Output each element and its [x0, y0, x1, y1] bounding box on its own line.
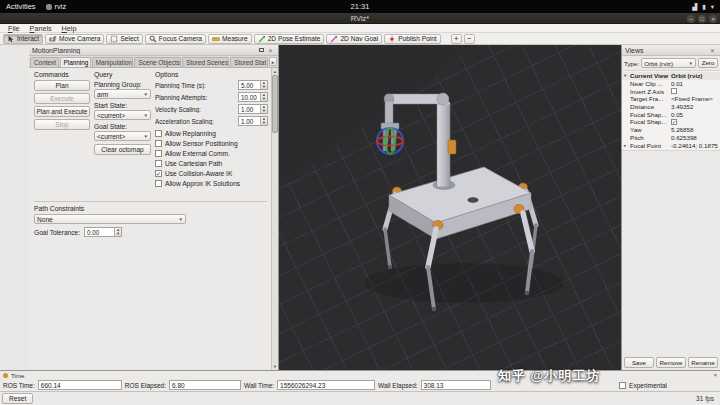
property-row[interactable]: Distance 3.49352 — [622, 103, 720, 111]
allow-external-comm-checkbox[interactable] — [155, 150, 162, 157]
wall-time-label: Wall Time: — [244, 382, 274, 389]
planning-attempts-input[interactable]: 10.00▲▼ — [238, 92, 268, 102]
reset-button[interactable]: Reset — [2, 393, 33, 404]
system-tray[interactable]: ▟ ▮ ▾ — [692, 3, 714, 11]
pose-estimate-icon — [258, 35, 266, 43]
tool-measure[interactable]: Measure — [208, 34, 252, 44]
tab-scroll-right-icon[interactable]: ▸ — [269, 57, 277, 66]
save-view-button[interactable]: Save — [624, 357, 654, 368]
add-tool-button[interactable]: + — [451, 34, 462, 44]
plan-button[interactable]: Plan — [34, 80, 90, 91]
start-state-select[interactable]: <current> ▼ — [94, 110, 151, 120]
close-icon[interactable]: × — [713, 372, 717, 378]
float-panel-button[interactable] — [257, 46, 266, 55]
gnome-top-bar: Activities rviz 21:31 ▟ ▮ ▾ — [0, 0, 720, 13]
activities-button[interactable]: Activities — [6, 2, 36, 11]
velocity-scaling-label: Velocity Scaling: — [155, 106, 238, 113]
chevron-down-icon: ▾ — [711, 3, 714, 11]
property-row[interactable]: Target Fra... <Fixed Frame> — [622, 95, 720, 103]
app-menu[interactable]: rviz — [46, 2, 67, 11]
scrollbar[interactable]: ▲ ▼ — [271, 68, 278, 370]
allow-sensor-positioning-checkbox[interactable] — [155, 140, 162, 147]
acceleration-scaling-input[interactable]: 1.00▲▼ — [238, 116, 268, 126]
acceleration-scaling-value: 1.00 — [241, 118, 253, 125]
menu-file[interactable]: File — [3, 24, 25, 33]
ros-time-label: ROS Time: — [3, 382, 35, 389]
property-row[interactable]: Pitch 0.625398 — [622, 134, 720, 142]
main-area: MotionPlanning × Context Planning Manipu… — [0, 45, 720, 370]
stop-button[interactable]: Stop — [34, 119, 90, 130]
clock[interactable]: 21:31 — [351, 2, 370, 11]
allow-replanning-checkbox[interactable] — [155, 130, 162, 137]
planning-group-select[interactable]: arm ▼ — [94, 89, 151, 99]
close-panel-button[interactable]: × — [708, 46, 717, 55]
remove-tool-button[interactable]: − — [464, 34, 475, 44]
maximize-button[interactable]: □ — [698, 15, 706, 23]
tab-scene-objects[interactable]: Scene Objects — [134, 57, 181, 67]
velocity-scaling-input[interactable]: 1.00▲▼ — [238, 104, 268, 114]
view-type-value: Orbit (rviz) — [644, 60, 673, 67]
3d-viewport[interactable] — [279, 45, 621, 370]
zero-button[interactable]: Zero — [698, 58, 718, 68]
allow-approx-ik-checkbox[interactable] — [155, 180, 162, 187]
tool-2d-nav-goal[interactable]: 2D Nav Goal — [326, 34, 382, 44]
planning-time-value: 5.00 — [241, 82, 253, 89]
planning-time-input[interactable]: 5.00▲▼ — [238, 80, 268, 90]
property-row[interactable]: ▾ Current View Orbit (rviz) — [622, 72, 720, 80]
focal-shape-checkbox[interactable] — [671, 119, 677, 125]
tool-label: Focus Camera — [159, 35, 202, 42]
property-row[interactable]: Focal Shap... 0.05 — [622, 110, 720, 118]
wall-elapsed-field[interactable]: 308.13 — [421, 380, 491, 390]
spinner-arrows-icon[interactable]: ▲▼ — [260, 117, 267, 125]
tab-stored-scenes[interactable]: Stored Scenes — [182, 57, 229, 67]
ros-time-field[interactable]: 660.14 — [38, 380, 122, 390]
property-row[interactable]: ▸ Focal Point -0.24614; 0.1875... — [622, 141, 720, 149]
interact-icon — [7, 35, 15, 43]
property-row[interactable]: Yaw 5.26858 — [622, 126, 720, 134]
wall-time-field[interactable]: 1556026294.23 — [277, 380, 375, 390]
spinner-arrows-icon[interactable]: ▲▼ — [114, 228, 121, 236]
scroll-up-icon[interactable]: ▲ — [272, 68, 278, 75]
rename-view-button[interactable]: Rename — [688, 357, 718, 368]
menu-help[interactable]: Help — [57, 24, 82, 33]
tab-context[interactable]: Context — [30, 57, 59, 67]
menu-panels[interactable]: Panels — [25, 24, 57, 33]
motion-planning-panel: MotionPlanning × Context Planning Manipu… — [29, 45, 279, 370]
minimize-button[interactable]: – — [687, 15, 695, 23]
property-row[interactable]: Near Clip ... 0.01 — [622, 80, 720, 88]
scrollbar-thumb[interactable] — [272, 75, 278, 133]
property-row[interactable]: Focal Shap... — [622, 118, 720, 126]
ros-elapsed-field[interactable]: 6.80 — [169, 380, 241, 390]
spinner-arrows-icon[interactable]: ▲▼ — [260, 105, 267, 113]
path-constraints-select[interactable]: None ▼ — [34, 214, 186, 224]
spinner-arrows-icon[interactable]: ▲▼ — [260, 93, 267, 101]
move-camera-icon — [49, 35, 57, 43]
experimental-checkbox[interactable] — [619, 382, 626, 389]
goal-tolerance-input[interactable]: 0.00▲▼ — [84, 227, 122, 237]
tool-move-camera[interactable]: Move Camera — [45, 34, 104, 44]
view-type-select[interactable]: Orbit (rviz) ▼ — [641, 58, 696, 68]
tool-interact[interactable]: Interact — [3, 34, 43, 44]
checkbox-label: Use Collision-Aware IK — [165, 170, 232, 177]
use-collision-aware-ik-checkbox[interactable] — [155, 170, 162, 177]
remove-view-button[interactable]: Remove — [656, 357, 686, 368]
invert-z-checkbox[interactable] — [671, 88, 677, 94]
close-button[interactable]: × — [709, 15, 717, 23]
scroll-down-icon[interactable]: ▼ — [272, 363, 278, 370]
goal-state-select[interactable]: <current> ▼ — [94, 131, 151, 141]
tool-2d-pose-estimate[interactable]: 2D Pose Estimate — [254, 34, 325, 44]
clear-octomap-button[interactable]: Clear octomap — [94, 144, 151, 155]
tab-manipulation[interactable]: Manipulation — [92, 57, 134, 67]
use-cartesian-path-checkbox[interactable] — [155, 160, 162, 167]
tab-stored-states[interactable]: Stored Stat — [230, 57, 268, 67]
close-panel-button[interactable]: × — [266, 46, 275, 55]
tool-label: 2D Pose Estimate — [268, 35, 321, 42]
spinner-arrows-icon[interactable]: ▲▼ — [260, 81, 267, 89]
property-row[interactable]: Invert Z Axis — [622, 87, 720, 95]
execute-button[interactable]: Execute — [34, 93, 90, 104]
plan-and-execute-button[interactable]: Plan and Execute — [34, 106, 90, 117]
tab-planning[interactable]: Planning — [60, 57, 91, 67]
tool-focus-camera[interactable]: Focus Camera — [145, 34, 206, 44]
tool-publish-point[interactable]: Publish Point — [384, 34, 441, 44]
tool-select[interactable]: Select — [106, 34, 142, 44]
